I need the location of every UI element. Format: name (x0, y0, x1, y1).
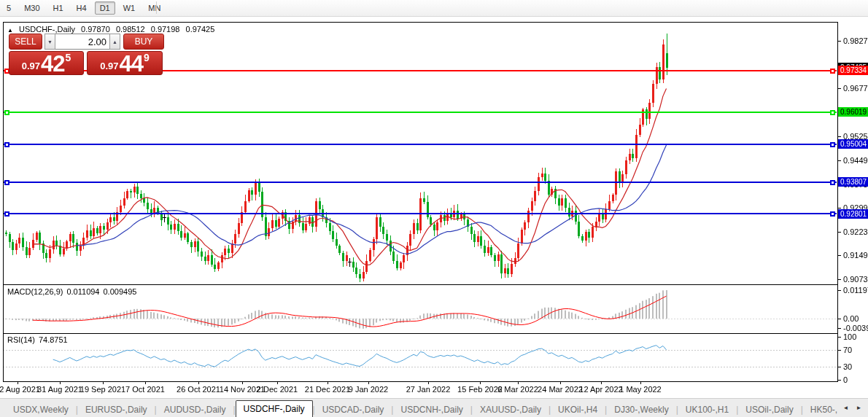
volume-decrease-button[interactable]: ▼ (44, 34, 55, 50)
x-axis-date-label: 1 May 2022 (619, 385, 661, 394)
timeframe-toolbar: 5M30H1H4D1W1MN (0, 0, 868, 17)
symbol-tab-eurusddaily[interactable]: EURUSD-,Daily (78, 402, 155, 417)
collapse-triangle-icon: ▲ (7, 27, 13, 34)
price-badge: 0.93807 (838, 177, 868, 187)
x-axis-date-label: 7 Oct 2021 (125, 385, 165, 394)
macd-label: MACD(12,26,9)0.0110940.009495 (7, 287, 140, 296)
buy-price-pip: 9 (144, 52, 150, 63)
period-button-5[interactable]: 5 (1, 1, 16, 15)
x-axis-date-label: 2 Dec 2021 (257, 385, 298, 394)
symbol-tab-uk100h1[interactable]: UK100-,H1 (678, 402, 736, 417)
price-axis-tick-label: 0.96770 (843, 84, 868, 93)
period-button-H1[interactable]: H1 (48, 1, 69, 15)
buy-button[interactable]: BUY (123, 34, 164, 50)
buy-price-big: 44 (120, 53, 143, 74)
x-axis-date-label: 12 Aug 2021 (0, 385, 40, 394)
price-badge: 0.95004 (838, 139, 868, 149)
macd-axis-label: 0.011979 (843, 286, 868, 295)
x-axis-date-label: 31 Aug 2021 (37, 385, 82, 394)
price-badge: 0.97334 (838, 66, 868, 75)
symbol-tab-audusddaily[interactable]: AUDUSD-,Daily (157, 402, 233, 417)
symbol-tab-dj30weekly[interactable]: DJ30-,Weekly (607, 402, 675, 417)
volume-increase-button[interactable]: ▲ (109, 34, 120, 50)
symbol-tab-xauusddaily[interactable]: XAUUSD-,Daily (473, 402, 549, 417)
price-axis-tick-label: 0.92230 (843, 227, 868, 236)
price-badge: 0.92801 (838, 209, 868, 219)
tab-scroll-buttons: ◄ ► (838, 401, 867, 415)
symbol-period-label: USDCHF-,Daily (19, 25, 75, 34)
symbol-tab-usoildaily[interactable]: USOil-,Daily (738, 402, 800, 417)
rsi-axis-label: 0 (843, 375, 848, 384)
x-axis-date-label: 9 Jan 2022 (349, 385, 388, 394)
price-axis-tick-label: 0.91490 (843, 251, 868, 260)
price-badge: 0.96019 (838, 107, 868, 117)
sell-button[interactable]: SELL (9, 34, 42, 50)
period-button-D1[interactable]: D1 (95, 1, 115, 15)
price-axis-tick-label: 0.98270 (843, 36, 868, 45)
x-axis-date-label: 27 Jan 2022 (406, 385, 451, 394)
symbol-tab-bar: USDX,Weekly|EURUSD-,Daily|AUDUSD-,Daily|… (0, 398, 868, 417)
period-button-H4[interactable]: H4 (71, 1, 92, 15)
sell-price-big: 42 (41, 53, 64, 74)
symbol-tab-usdcnhdaily[interactable]: USDCNH-,Daily (393, 402, 470, 417)
ohlc-open: 0.97870 (81, 25, 110, 34)
volume-input[interactable] (55, 34, 109, 50)
sell-price-button[interactable]: 0.97 42 5 (9, 51, 84, 75)
one-click-trading-panel: SELL ▼ ▲ BUY 0.97 42 5 0.97 44 9 (9, 34, 165, 75)
period-button-M30[interactable]: M30 (19, 1, 44, 15)
x-axis-date-label: 15 Feb 2022 (457, 385, 503, 394)
rsi-axis-label: 30 (843, 362, 852, 371)
symbol-tab-usdcaddaily[interactable]: USDCAD-,Daily (315, 402, 392, 417)
period-button-MN[interactable]: MN (143, 1, 166, 15)
rsi-axis-label: 70 (843, 346, 852, 354)
x-axis-date-label: 24 Mar 2022 (538, 385, 583, 394)
symbol-tab-usdxweekly[interactable]: USDX,Weekly (6, 402, 76, 417)
macd-axis-label: -0.00395 (843, 324, 868, 332)
x-axis-date-label: 21 Dec 2021 (305, 385, 350, 394)
symbol-tab-ukoilh4[interactable]: UKOil-,H4 (551, 402, 605, 417)
x-axis-date-label: 12 Apr 2022 (579, 385, 622, 394)
ohlc-low: 0.97198 (151, 25, 180, 34)
buy-price-prefix: 0.97 (100, 61, 118, 71)
ohlc-close: 0.97425 (186, 25, 215, 34)
buy-price-button[interactable]: 0.97 44 9 (87, 51, 163, 75)
toolbar-separator (156, 1, 157, 14)
macd-axis-label: 0.00 (843, 314, 859, 323)
triangle-up-icon: ▲ (112, 39, 117, 44)
tab-scroll-right-button[interactable]: ► (853, 402, 864, 413)
rsi-label: RSI(14)74.8751 (7, 335, 71, 344)
triangle-down-icon: ▼ (47, 39, 53, 44)
tab-scroll-left-button[interactable]: ◄ (840, 402, 851, 413)
period-button-W1[interactable]: W1 (118, 1, 141, 15)
ohlc-high: 0.98512 (116, 25, 145, 34)
x-axis-date-label: 6 Mar 2022 (497, 385, 538, 394)
x-axis-date-label: 19 Sep 2021 (80, 385, 125, 394)
sell-price-prefix: 0.97 (22, 61, 40, 71)
sell-price-pip: 5 (66, 52, 71, 63)
rsi-axis-label: 100 (843, 332, 856, 341)
symbol-tab-usdchfdaily[interactable]: USDCHF-,Daily (236, 400, 313, 417)
price-axis-tick-label: 0.94490 (843, 156, 868, 165)
price-axis-tick-label: 0.90730 (843, 275, 868, 284)
x-axis-date-label: 26 Oct 2021 (177, 385, 220, 394)
chart-title: ▲ USDCHF-,Daily 0.97870 0.98512 0.97198 … (7, 25, 218, 34)
